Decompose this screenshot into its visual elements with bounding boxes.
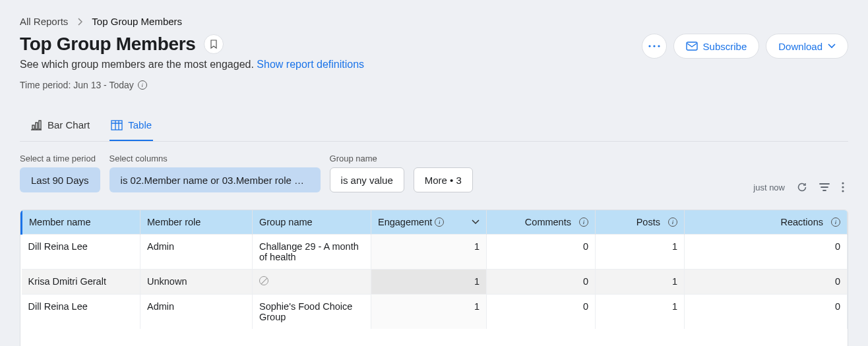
svg-point-2: [658, 45, 660, 47]
cell-comments: 0: [487, 295, 596, 330]
breadcrumb-current: Top Group Members: [92, 16, 182, 27]
cell-posts: 1: [596, 235, 685, 270]
show-definitions-link[interactable]: Show report definitions: [257, 59, 364, 70]
bookmark-button[interactable]: [204, 34, 224, 54]
mail-icon: [686, 42, 698, 51]
column-header-member-role[interactable]: Member role: [140, 210, 253, 235]
info-icon[interactable]: i: [138, 80, 147, 90]
cell-group-name: Challange 29 - A month of health: [253, 235, 371, 270]
kebab-menu-button[interactable]: [842, 182, 844, 192]
column-label: Posts: [636, 217, 660, 227]
cell-group-name: Sophie's Food Choice Group: [253, 295, 371, 330]
more-actions-button[interactable]: [642, 34, 667, 59]
cell-reactions: 0: [685, 235, 848, 270]
filter-more-label: More • 3: [425, 175, 462, 186]
table-row[interactable]: Dill Reina Lee Admin Sophie's Food Choic…: [22, 295, 848, 330]
table-row[interactable]: Dill Reina Lee Admin Challange 29 - A mo…: [22, 235, 848, 270]
cell-engagement: 1: [371, 235, 487, 270]
svg-rect-5: [36, 123, 38, 129]
filter-settings-button[interactable]: [819, 183, 830, 192]
column-header-member-name[interactable]: Member name: [22, 210, 140, 235]
column-header-reactions[interactable]: Reactions i: [685, 210, 848, 235]
filter-more[interactable]: More • 3: [414, 167, 473, 192]
null-icon: [259, 276, 268, 285]
filter-time-period[interactable]: Last 90 Days: [20, 167, 100, 192]
cell-member-role: Unknown: [140, 270, 253, 295]
bar-chart-icon: [30, 120, 42, 130]
cell-reactions: 0: [685, 295, 848, 330]
info-icon[interactable]: i: [831, 217, 840, 227]
filter-icon: [819, 183, 830, 192]
breadcrumb: All Reports Top Group Members: [20, 16, 848, 27]
column-label: Engagement: [378, 217, 432, 227]
time-period-label: Time period: Jun 13 - Today: [20, 80, 134, 90]
filter-group-label: Group name: [330, 154, 404, 163]
svg-point-0: [648, 45, 650, 47]
info-icon[interactable]: i: [668, 217, 677, 227]
column-header-comments[interactable]: Comments i: [487, 210, 596, 235]
svg-point-10: [842, 190, 844, 192]
spacer: [414, 154, 473, 163]
page-subtitle: See which group members are the most eng…: [20, 59, 364, 71]
refresh-button[interactable]: [797, 182, 807, 192]
svg-rect-6: [39, 121, 41, 129]
cell-member-name: Dill Reina Lee: [22, 295, 140, 330]
cell-engagement: 1: [371, 295, 487, 330]
svg-rect-4: [32, 125, 34, 129]
info-icon[interactable]: i: [579, 217, 588, 227]
column-label: Reactions: [780, 217, 822, 227]
subscribe-button[interactable]: Subscribe: [673, 34, 760, 59]
cell-comments: 0: [487, 235, 596, 270]
cell-group-name: [253, 270, 371, 295]
download-button[interactable]: Download: [766, 34, 848, 59]
dots-vertical-icon: [842, 182, 844, 192]
svg-point-1: [653, 45, 655, 47]
cell-member-name: Dill Reina Lee: [22, 235, 140, 270]
column-header-engagement[interactable]: Engagement i: [371, 210, 487, 235]
tab-bar-chart-label: Bar Chart: [47, 119, 90, 130]
download-label: Download: [778, 41, 822, 52]
cell-reactions: 0: [685, 270, 848, 295]
table-icon: [111, 120, 123, 130]
filter-group-value: is any value: [341, 175, 393, 186]
cell-comments: 0: [487, 270, 596, 295]
cell-posts: 1: [596, 295, 685, 330]
tab-bar-chart[interactable]: Bar Chart: [29, 110, 91, 141]
cell-member-role: Admin: [140, 295, 253, 330]
chevron-down-icon: [828, 43, 836, 49]
time-period: Time period: Jun 13 - Today i: [20, 80, 364, 90]
column-label: Member role: [147, 217, 201, 227]
tab-table-label: Table: [128, 119, 152, 130]
subscribe-label: Subscribe: [703, 41, 747, 52]
filter-time-label: Select a time period: [20, 154, 100, 163]
column-label: Group name: [259, 217, 313, 227]
subtitle-text: See which group members are the most eng…: [20, 59, 254, 70]
last-refreshed-text: just now: [753, 183, 785, 192]
filter-time-value: Last 90 Days: [31, 175, 89, 186]
tab-table[interactable]: Table: [109, 110, 153, 141]
cell-member-role: Admin: [140, 235, 253, 270]
cell-posts: 1: [596, 270, 685, 295]
bookmark-icon: [210, 40, 218, 49]
view-tabs: Bar Chart Table: [20, 110, 848, 142]
filter-columns-value: is 02.Member name or 03.Member role or…: [121, 175, 309, 186]
chevron-right-icon: [77, 18, 82, 26]
table-row[interactable]: Krisa Dmitri Geralt Unknown 1 0 1 0: [22, 270, 848, 295]
filter-group-name[interactable]: is any value: [330, 167, 404, 192]
page-title: Top Group Members: [20, 34, 196, 55]
sort-desc-icon: [472, 219, 480, 225]
dots-horizontal-icon: [648, 45, 660, 47]
filter-columns[interactable]: is 02.Member name or 03.Member role or…: [109, 167, 321, 192]
info-icon[interactable]: i: [435, 217, 444, 227]
cell-member-name: Krisa Dmitri Geralt: [22, 270, 140, 295]
column-header-posts[interactable]: Posts i: [596, 210, 685, 235]
cell-engagement: 1: [371, 270, 487, 295]
results-table: Member name Member role Group name Engag…: [20, 210, 848, 346]
filter-columns-label: Select columns: [109, 154, 321, 163]
svg-rect-3: [687, 42, 697, 50]
breadcrumb-root[interactable]: All Reports: [20, 16, 68, 27]
table-empty-area: [20, 329, 848, 346]
svg-point-8: [842, 182, 844, 184]
table-header-row: Member name Member role Group name Engag…: [22, 210, 848, 235]
column-header-group-name[interactable]: Group name: [253, 210, 371, 235]
